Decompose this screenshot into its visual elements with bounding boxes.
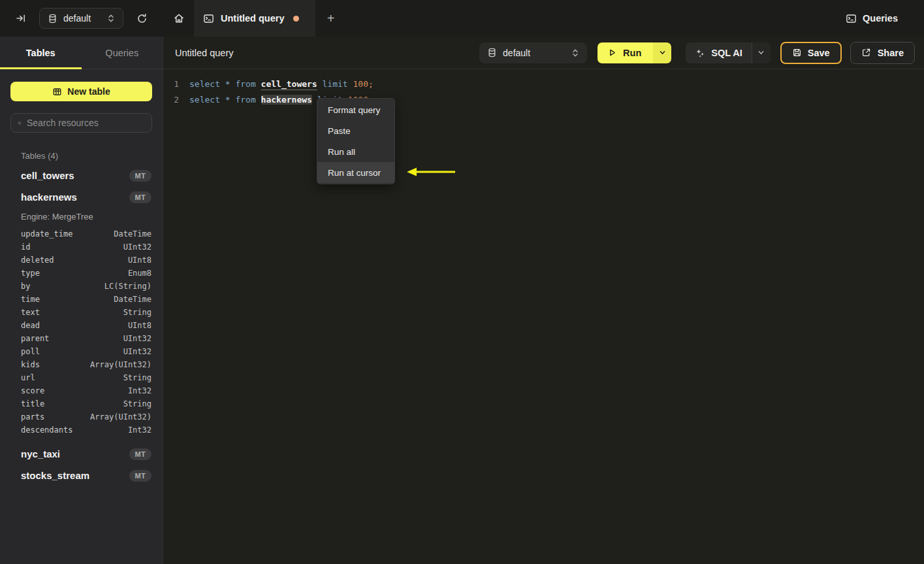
tab-title: Untitled query <box>221 13 284 24</box>
column-row-kids: kidsArray(UInt32) <box>10 358 152 371</box>
new-tab-button[interactable]: + <box>315 0 346 37</box>
menu-item-paste[interactable]: Paste <box>317 120 394 141</box>
menu-item-run-all[interactable]: Run all <box>317 141 394 162</box>
top-bar: default Untitled query + Queries <box>0 0 924 37</box>
column-row-title: titleString <box>10 397 152 410</box>
sidebar-tab-queries[interactable]: Queries <box>82 37 163 69</box>
table-name: stocks_stream <box>21 470 89 481</box>
share-button-label: Share <box>878 48 904 58</box>
code-token: select <box>189 95 220 105</box>
save-button-label: Save <box>808 48 830 58</box>
column-row-parent: parentUInt32 <box>10 332 152 345</box>
share-button[interactable]: Share <box>850 42 915 64</box>
column-type: Int32 <box>128 425 151 435</box>
play-icon <box>607 48 617 58</box>
column-name: parts <box>21 412 44 422</box>
column-type: DateTime <box>114 295 151 304</box>
run-button[interactable]: Run <box>597 42 653 63</box>
table-row-nyc_taxi[interactable]: nyc_taxiMT <box>10 443 152 465</box>
editor-database-select[interactable]: default <box>479 42 587 63</box>
line-number: 2 <box>163 95 179 105</box>
code-line-1: 1select * from cell_towers limit 100; <box>163 76 924 91</box>
code-text[interactable]: select * from cell_towers limit 100; <box>189 79 374 89</box>
select-updown-icon <box>107 14 115 23</box>
table-name: hackernews <box>21 191 77 203</box>
column-type: Array(UInt32) <box>90 412 151 422</box>
topbar-left-controls: default <box>0 0 163 37</box>
column-name: update_time <box>21 229 72 239</box>
unsaved-changes-dot <box>293 16 299 22</box>
save-button[interactable]: Save <box>780 42 842 64</box>
code-token: * <box>225 79 231 89</box>
tables-section-label: Tables (4) <box>10 151 152 161</box>
code-token <box>220 79 225 89</box>
column-row-dead: deadUInt8 <box>10 319 152 332</box>
database-select[interactable]: default <box>39 8 123 29</box>
tab-untitled-query[interactable]: Untitled query <box>194 0 315 37</box>
column-name: parent <box>21 334 49 343</box>
column-row-parts: partsArray(UInt32) <box>10 410 152 423</box>
menu-item-run-at-cursor[interactable]: Run at cursor <box>317 162 394 183</box>
code-token <box>256 79 261 89</box>
engine-badge: MT <box>129 191 151 203</box>
menu-item-format-query[interactable]: Format query <box>317 99 394 120</box>
run-button-group: Run <box>597 42 671 63</box>
editor-body[interactable]: 1select * from cell_towers limit 100;2se… <box>163 69 924 564</box>
sidebar-tab-tables[interactable]: Tables <box>0 37 82 69</box>
editor-header: Untitled query default Run <box>163 37 924 69</box>
column-type: UInt32 <box>123 347 151 356</box>
code-token: ; <box>368 79 374 89</box>
editor-panel: Untitled query default Run <box>163 37 924 564</box>
sidebar: Tables Queries New table Tables (4) cell… <box>0 37 163 564</box>
column-name: dead <box>21 321 40 330</box>
sql-ai-options-button[interactable] <box>752 42 771 63</box>
sql-ai-button-group: SQL AI <box>686 42 771 63</box>
run-options-button[interactable] <box>653 42 671 63</box>
tab-strip: Untitled query + <box>163 0 346 37</box>
code-token: hackernews <box>261 95 312 105</box>
engine-badge: MT <box>129 170 151 182</box>
database-icon <box>48 14 57 24</box>
column-type: String <box>123 373 151 382</box>
share-icon <box>861 48 871 58</box>
table-row-stocks_stream[interactable]: stocks_streamMT <box>10 465 152 486</box>
column-name: kids <box>21 360 40 369</box>
select-updown-icon <box>571 48 579 58</box>
terminal-icon <box>846 13 857 24</box>
sidebar-content: New table Tables (4) cell_towersMThacker… <box>0 69 163 486</box>
code-token: select <box>189 79 220 89</box>
context-menu: Format queryPasteRun allRun at cursor <box>317 98 395 184</box>
column-name: text <box>21 308 40 317</box>
column-row-url: urlString <box>10 371 152 384</box>
column-name: id <box>21 242 30 252</box>
new-table-button[interactable]: New table <box>10 82 152 101</box>
column-name: poll <box>21 347 40 356</box>
refresh-button[interactable] <box>133 9 151 27</box>
column-type: String <box>123 308 151 317</box>
queries-button[interactable]: Queries <box>846 0 898 37</box>
column-name: url <box>21 373 35 382</box>
table-engine-label: Engine: MergeTree <box>10 208 152 225</box>
column-type: UInt32 <box>123 334 151 343</box>
code-line-2: 2select * from hackernews limit 1000 <box>163 91 924 107</box>
editor-header-controls: default Run SQL AI <box>479 42 915 64</box>
search-input[interactable] <box>27 118 145 128</box>
column-row-update_time: update_timeDateTime <box>10 227 152 241</box>
sql-ai-button[interactable]: SQL AI <box>686 42 752 63</box>
sidebar-tabs: Tables Queries <box>0 37 163 69</box>
column-type: Enum8 <box>128 269 151 278</box>
home-button[interactable] <box>163 0 194 37</box>
collapse-sidebar-button[interactable] <box>12 9 30 27</box>
table-name: nyc_taxi <box>21 448 60 459</box>
code-token <box>220 95 225 105</box>
search-box <box>10 113 152 133</box>
chevron-down-icon <box>757 49 765 56</box>
code-token <box>317 79 323 89</box>
column-name: type <box>21 269 40 278</box>
chevron-down-icon <box>659 49 666 56</box>
table-grid-icon <box>52 87 62 97</box>
query-title: Untitled query <box>175 48 233 58</box>
code-token: limit <box>323 79 348 89</box>
table-row-cell_towers[interactable]: cell_towersMT <box>10 165 152 186</box>
table-row-hackernews[interactable]: hackernewsMT <box>10 186 152 208</box>
